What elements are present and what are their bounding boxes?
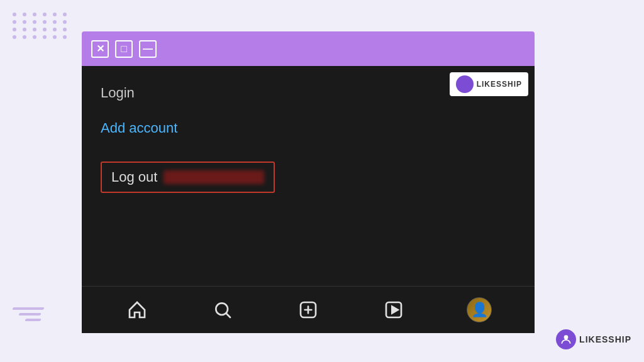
maximize-button[interactable]: □ bbox=[115, 40, 133, 58]
svg-point-0 bbox=[564, 335, 569, 339]
title-bar: ✕ □ — bbox=[82, 31, 535, 66]
brand-icon bbox=[456, 75, 474, 93]
decorative-lines bbox=[13, 307, 44, 324]
bottom-nav: 👤 bbox=[82, 286, 535, 333]
svg-point-1 bbox=[463, 80, 467, 84]
logout-label: Log out bbox=[111, 169, 157, 185]
bottom-logo-icon bbox=[556, 329, 576, 349]
reels-nav-button[interactable] bbox=[381, 297, 406, 322]
svg-line-3 bbox=[226, 314, 230, 317]
avatar-icon: 👤 bbox=[471, 302, 488, 318]
menu-area: Login Add account Log out bbox=[82, 66, 535, 286]
bottom-logo-text: LIKESSHIP bbox=[579, 334, 631, 344]
brand-logo: LIKESSHIP bbox=[450, 72, 528, 96]
home-nav-button[interactable] bbox=[125, 297, 150, 322]
svg-marker-8 bbox=[392, 307, 397, 314]
add-account-button[interactable]: Add account bbox=[101, 120, 516, 136]
profile-avatar-button[interactable]: 👤 bbox=[467, 297, 492, 322]
minimize-button[interactable]: — bbox=[139, 40, 157, 58]
brand-name: LIKESSHIP bbox=[477, 80, 522, 89]
logout-row[interactable]: Log out bbox=[101, 162, 275, 193]
decorative-dots bbox=[13, 13, 69, 39]
add-nav-button[interactable] bbox=[296, 297, 321, 322]
app-window: ✕ □ — LIKESSHIP Login Add account Log ou… bbox=[82, 31, 535, 333]
close-button[interactable]: ✕ bbox=[91, 40, 109, 58]
app-content: LIKESSHIP Login Add account Log out bbox=[82, 66, 535, 333]
bottom-right-logo: LIKESSHIP bbox=[556, 329, 631, 349]
blurred-username bbox=[164, 170, 264, 184]
search-nav-button[interactable] bbox=[210, 297, 235, 322]
